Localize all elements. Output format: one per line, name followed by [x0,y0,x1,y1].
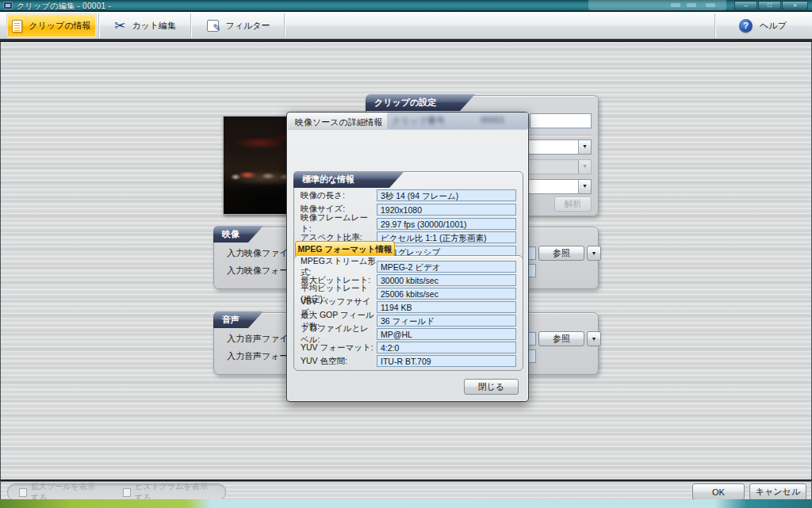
field-value: 1920x1080 [377,204,516,216]
video-browse-button[interactable]: 参照 [538,246,584,261]
video-section-header: 映像 [213,226,263,243]
main-content: クリップの設定 ▼ れる ▼ ) ▼ 解析 映像 入力映像ファイル名: 入力映像… [0,42,812,479]
window-title: クリップの編集 - 00001 - [17,1,111,12]
field-label: 映像の長さ: [301,190,377,201]
maximize-button[interactable]: □ [758,1,781,10]
pen-icon: ✎ [213,22,220,33]
chevron-down-icon[interactable]: ▼ [578,180,591,193]
filmstrip-icon [3,2,13,10]
field-value: 4:2:0 [377,342,516,353]
toolbar-separator [98,13,99,38]
field-value: 25006 kbits/sec [377,288,516,300]
toolbar-separator [190,13,191,38]
display-options-group: 拡大ツールを表示する ヒストグラムを表示する [7,483,226,501]
close-dialog-button[interactable]: 閉じる [464,379,519,395]
field-value: 1194 KB [377,301,516,313]
mpeg-format-tab: MPEG フォーマット情報 [295,241,395,256]
info-row: プロファイルとレベル: MP@HL [301,328,516,340]
standard-info-header: 標準的な情報 [293,171,404,188]
ghost-close [706,3,715,7]
ok-button[interactable]: OK [692,483,745,500]
checkbox-icon [123,488,131,497]
video-source-detail-dialog: 映像ソースの詳細情報 標準的な情報 映像の長さ: 3秒 14 (94 フレーム)… [286,112,529,402]
field-label: YUV 色空間: [301,356,377,367]
footer-bar: 拡大ツールを表示する ヒストグラムを表示する OK キャンセル [0,479,812,502]
toolbar-separator [714,13,715,38]
info-row: 映像フレームレート: 29.97 fps (30000/1001) [301,218,516,230]
blurred-clip-number-label: クリップ番号 [392,115,445,127]
tab-clip-info[interactable]: クリップの情報 [6,13,97,38]
info-row: YUV 色空間: ITU-R BT.709 [301,355,516,367]
scissors-icon: ✂ [114,19,125,32]
audio-section-header: 音声 [213,311,263,328]
field-value: MPEG-2 ビデオ [377,261,516,273]
checkbox-icon [19,488,27,497]
field-value: 29.97 fps (30000/1001) [377,218,516,230]
app-window: クリップの編集 - 00001 - – □ × クリップの情報 ✂ カット編集 … [0,0,812,502]
ghost-maximize [687,3,696,7]
clip-settings-header: クリップの設定 [366,94,475,111]
field-value: 36 フィールド [377,315,516,327]
blurred-clip-number-value: 00001 [481,115,505,124]
dialog-title: 映像ソースの詳細情報 [295,116,383,128]
toolbar-separator [284,13,285,38]
info-row: 映像の長さ: 3秒 14 (94 フレーム) [301,189,516,201]
tab-cut-edit-label: カット編集 [132,20,176,32]
audio-browse-dropdown[interactable]: ▼ [587,331,601,346]
tab-filter[interactable]: ✎ フィルター [195,13,282,38]
desktop-background [0,499,812,508]
ghost-minimize [671,3,680,7]
tab-clip-info-label: クリップの情報 [29,20,90,32]
field-value: MP@HL [377,328,516,340]
field-value: ピクセル比 1:1 (正方形画素) [377,231,516,243]
chevron-down-icon[interactable]: ▼ [578,140,591,154]
analyze-button: 解析 [554,197,592,212]
window-controls: – □ × [734,1,808,10]
document-icon [12,20,22,32]
mpeg-format-rows: MPEGストリーム形式: MPEG-2 ビデオ 最大ビットレート: 30000 … [301,261,516,367]
field-value: 30000 kbits/sec [377,274,516,286]
help-icon: ? [739,19,753,32]
chevron-down-icon: ▼ [578,160,591,174]
background-window-blur [588,0,726,10]
tab-cut-edit[interactable]: ✂ カット編集 [102,13,189,38]
audio-browse-button[interactable]: 参照 [538,331,584,346]
info-row: YUV フォーマット: 4:2:0 [301,342,516,353]
field-value: ITU-R BT.709 [377,355,516,367]
mpeg-format-group: MPEGストリーム形式: MPEG-2 ビデオ 最大ビットレート: 30000 … [293,255,523,371]
field-label: YUV フォーマット: [301,342,377,353]
field-value: 3秒 14 (94 フレーム) [377,189,516,201]
toolbar: クリップの情報 ✂ カット編集 ✎ フィルター ? ヘルプ [0,12,812,40]
close-button[interactable]: × [782,1,808,10]
video-browse-dropdown[interactable]: ▼ [587,246,601,261]
minimize-button[interactable]: – [734,1,757,10]
tab-filter-label: フィルター [225,20,270,32]
help-label: ヘルプ [760,20,787,32]
titlebar: クリップの編集 - 00001 - – □ × [0,0,812,11]
help-button[interactable]: ? ヘルプ [718,13,807,38]
divider [530,135,592,136]
cancel-button[interactable]: キャンセル [749,483,806,500]
info-row: MPEGストリーム形式: MPEG-2 ビデオ [301,261,516,273]
clip-name-input[interactable] [530,113,592,128]
blurred-region: クリップ番号 00001 [387,113,528,129]
filter-icon: ✎ [207,20,219,32]
